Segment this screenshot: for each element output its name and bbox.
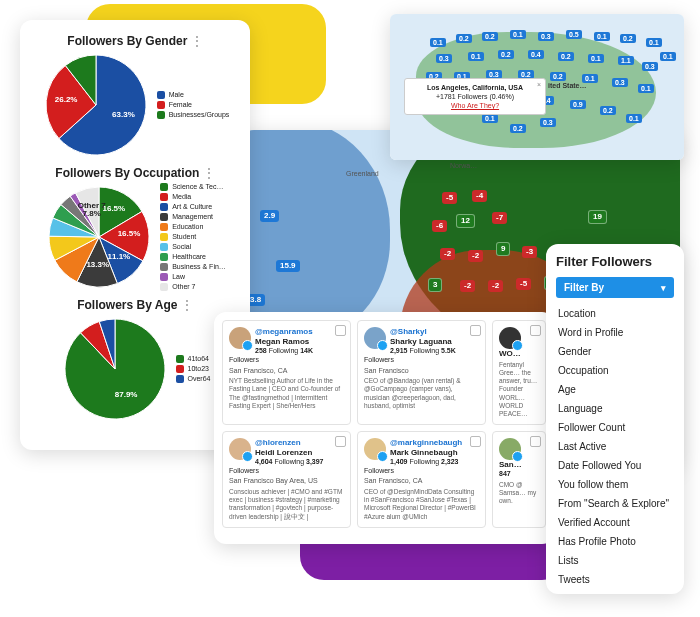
- map-pin[interactable]: 0.2: [620, 34, 636, 43]
- map-pin[interactable]: 0.1: [582, 74, 598, 83]
- filter-option[interactable]: Has Profile Photo: [556, 532, 674, 551]
- filter-option[interactable]: Age: [556, 380, 674, 399]
- map-pin[interactable]: 0.2: [482, 32, 498, 41]
- select-follower-checkbox[interactable]: [470, 325, 481, 336]
- map-pin[interactable]: 0.1: [510, 30, 526, 39]
- select-follower-checkbox[interactable]: [335, 436, 346, 447]
- filter-option[interactable]: Follower Count: [556, 418, 674, 437]
- map-delta-badge[interactable]: -5: [442, 192, 457, 204]
- follower-card[interactable]: @markginnebaugh Mark Ginnebaugh 1,409 Fo…: [357, 431, 486, 528]
- legend-item[interactable]: Student: [160, 233, 226, 241]
- filter-option[interactable]: Word in Profile: [556, 323, 674, 342]
- map-pin[interactable]: 0.1: [660, 52, 676, 61]
- legend-item[interactable]: Media: [160, 193, 226, 201]
- avatar[interactable]: [499, 327, 521, 349]
- filter-option[interactable]: Tweets: [556, 570, 674, 589]
- legend-item[interactable]: Over64: [176, 375, 211, 383]
- filter-option[interactable]: Location: [556, 304, 674, 323]
- map-pin[interactable]: 0.1: [594, 32, 610, 41]
- legend-item[interactable]: Education: [160, 223, 226, 231]
- filter-option[interactable]: You follow them: [556, 475, 674, 494]
- follower-card[interactable]: @meganramos Megan Ramos 258 Following 14…: [222, 320, 351, 425]
- map-pin[interactable]: 0.2: [558, 52, 574, 61]
- legend-item[interactable]: Male: [157, 91, 230, 99]
- followers-us-map-inset[interactable]: ited State… 0.10.20.20.10.30.50.10.20.10…: [390, 14, 684, 160]
- map-delta-badge[interactable]: -2: [488, 280, 503, 292]
- filter-by-dropdown-button[interactable]: Filter By ▾: [556, 277, 674, 298]
- map-pin[interactable]: 0.9: [570, 100, 586, 109]
- map-delta-badge[interactable]: -6: [432, 220, 447, 232]
- legend-item[interactable]: Management: [160, 213, 226, 221]
- follower-card[interactable]: WO… Fentanyl Gree… the answer, tru… Foun…: [492, 320, 546, 425]
- map-delta-badge[interactable]: 9: [496, 242, 510, 256]
- avatar[interactable]: [229, 438, 251, 460]
- map-delta-badge[interactable]: 2.9: [260, 210, 279, 222]
- legend-item[interactable]: Art & Culture: [160, 203, 226, 211]
- follower-card[interactable]: San… 847 CMO @ Samsa… my own.: [492, 431, 546, 528]
- map-pin[interactable]: 0.1: [626, 114, 642, 123]
- pie-chart-gender[interactable]: 63.3%26.2%: [41, 50, 151, 160]
- avatar[interactable]: [364, 438, 386, 460]
- map-delta-badge[interactable]: -2: [460, 280, 475, 292]
- map-pin[interactable]: 0.1: [646, 38, 662, 47]
- map-pin[interactable]: 0.3: [612, 78, 628, 87]
- tooltip-who-link[interactable]: Who Are They?: [411, 101, 539, 110]
- map-pin[interactable]: 0.1: [482, 114, 498, 123]
- pie-chart-occupation[interactable]: 16.5%16.5%11.1%13.3%Other 77.8%: [44, 182, 154, 292]
- follower-card[interactable]: @Sharkyl Sharky Laguana 2,915 Following …: [357, 320, 486, 425]
- legend-item[interactable]: Other 7: [160, 283, 226, 291]
- filter-option[interactable]: Last Active: [556, 437, 674, 456]
- map-pin[interactable]: 0.1: [430, 38, 446, 47]
- filter-option[interactable]: Lists: [556, 551, 674, 570]
- map-pin[interactable]: 0.3: [436, 54, 452, 63]
- map-delta-badge[interactable]: -7: [492, 212, 507, 224]
- avatar[interactable]: [229, 327, 251, 349]
- legend-item[interactable]: Science & Tec…: [160, 183, 226, 191]
- map-delta-badge[interactable]: -2: [468, 250, 483, 262]
- map-delta-badge[interactable]: 15.9: [276, 260, 300, 272]
- map-delta-badge[interactable]: -2: [440, 248, 455, 260]
- follower-card[interactable]: @hlorenzen Heidi Lorenzen 4,604 Followin…: [222, 431, 351, 528]
- map-pin[interactable]: 0.1: [468, 52, 484, 61]
- select-follower-checkbox[interactable]: [470, 436, 481, 447]
- legend-item[interactable]: Social: [160, 243, 226, 251]
- map-pin[interactable]: 0.5: [566, 30, 582, 39]
- filter-option[interactable]: Occupation: [556, 361, 674, 380]
- select-follower-checkbox[interactable]: [530, 436, 541, 447]
- avatar[interactable]: [499, 438, 521, 460]
- filter-option[interactable]: Verified Account: [556, 513, 674, 532]
- map-pin[interactable]: 0.1: [638, 84, 654, 93]
- map-pin[interactable]: 0.1: [588, 54, 604, 63]
- close-icon[interactable]: ×: [537, 80, 541, 89]
- legend-item[interactable]: 10to23: [176, 365, 211, 373]
- select-follower-checkbox[interactable]: [335, 325, 346, 336]
- map-delta-badge[interactable]: -5: [516, 278, 531, 290]
- avatar[interactable]: [364, 327, 386, 349]
- legend-item[interactable]: Female: [157, 101, 230, 109]
- map-pin[interactable]: 1.1: [618, 56, 634, 65]
- map-pin[interactable]: 0.3: [642, 62, 658, 71]
- map-pin[interactable]: 0.3: [538, 32, 554, 41]
- filter-option[interactable]: Date Followed You: [556, 456, 674, 475]
- map-pin[interactable]: 0.4: [528, 50, 544, 59]
- filter-option[interactable]: From "Search & Explore": [556, 494, 674, 513]
- map-delta-badge[interactable]: 12: [456, 214, 475, 228]
- map-pin[interactable]: 0.2: [510, 124, 526, 133]
- map-delta-badge[interactable]: 19: [588, 210, 607, 224]
- legend-item[interactable]: Businesses/Groups: [157, 111, 230, 119]
- map-pin[interactable]: 0.2: [600, 106, 616, 115]
- select-follower-checkbox[interactable]: [530, 325, 541, 336]
- map-delta-badge[interactable]: 3: [428, 278, 442, 292]
- map-delta-badge[interactable]: -3: [522, 246, 537, 258]
- filter-option[interactable]: Gender: [556, 342, 674, 361]
- legend-item[interactable]: Law: [160, 273, 226, 281]
- filter-option[interactable]: Language: [556, 399, 674, 418]
- map-delta-badge[interactable]: -4: [472, 190, 487, 202]
- map-pin[interactable]: 0.3: [540, 118, 556, 127]
- legend-item[interactable]: Healthcare: [160, 253, 226, 261]
- map-pin[interactable]: 0.2: [498, 50, 514, 59]
- legend-item[interactable]: 41to64: [176, 355, 211, 363]
- legend-item[interactable]: Business & Fin…: [160, 263, 226, 271]
- map-pin[interactable]: 0.2: [550, 72, 566, 81]
- pie-chart-age[interactable]: 87.9%: [60, 314, 170, 424]
